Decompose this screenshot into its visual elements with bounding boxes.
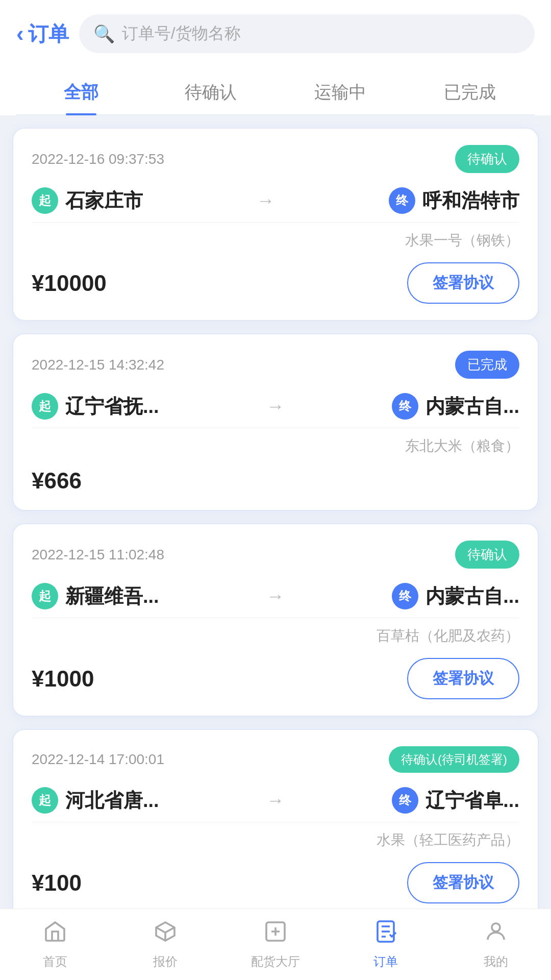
dest-tag-4: 终 — [392, 787, 418, 814]
origin-tag-1: 起 — [32, 187, 58, 214]
arrow-icon-4: → — [169, 790, 382, 811]
divider-4 — [32, 822, 519, 822]
origin-tag-3: 起 — [32, 583, 58, 609]
dest-2: 终 内蒙古自... — [392, 393, 519, 420]
tab-all[interactable]: 全部 — [16, 68, 146, 114]
search-placeholder: 订单号/货物名称 — [122, 22, 241, 45]
order-card-4: 2022-12-14 17:00:01 待确认(待司机签署) 起 河北省唐...… — [12, 729, 539, 921]
sign-button-3[interactable]: 签署协议 — [407, 658, 519, 699]
order-list: 2022-12-16 09:37:53 待确认 起 石家庄市 → 终 呼和浩特市… — [0, 115, 551, 980]
dest-tag-1: 终 — [389, 187, 415, 214]
order-time-4: 2022-12-14 17:00:01 — [32, 751, 164, 768]
status-badge-2: 已完成 — [455, 351, 519, 379]
order-icon — [373, 919, 398, 949]
card-header-1: 2022-12-16 09:37:53 待确认 — [32, 145, 519, 173]
search-icon: 🔍 — [93, 23, 115, 44]
status-badge-4: 待确认(待司机签署) — [389, 746, 519, 773]
card-footer-2: ¥666 — [32, 468, 519, 494]
price-4: ¥100 — [32, 870, 82, 896]
nav-dispatch-label: 配货大厅 — [251, 953, 300, 970]
dest-tag-3: 终 — [392, 583, 418, 609]
origin-city-2: 辽宁省抚... — [65, 394, 159, 420]
origin-4: 起 河北省唐... — [32, 787, 159, 814]
dest-tag-2: 终 — [392, 393, 418, 420]
order-card-2: 2022-12-15 14:32:42 已完成 起 辽宁省抚... → 终 内蒙… — [12, 333, 539, 511]
tab-completed[interactable]: 已完成 — [405, 68, 535, 114]
search-bar[interactable]: 🔍 订单号/货物名称 — [79, 14, 535, 53]
route-row-2: 起 辽宁省抚... → 终 内蒙古自... — [32, 393, 519, 420]
route-row-3: 起 新疆维吾... → 终 内蒙古自... — [32, 583, 519, 609]
dest-4: 终 辽宁省阜... — [392, 787, 519, 814]
origin-1: 起 石家庄市 — [32, 187, 143, 214]
goods-name-4: 水果（轻工医药产品） — [32, 830, 519, 850]
origin-tag-2: 起 — [32, 393, 58, 420]
dest-city-2: 内蒙古自... — [425, 394, 519, 420]
order-time-2: 2022-12-15 14:32:42 — [32, 357, 164, 373]
nav-order[interactable]: 订单 — [331, 909, 441, 980]
origin-tag-4: 起 — [32, 787, 58, 814]
order-card-1: 2022-12-16 09:37:53 待确认 起 石家庄市 → 终 呼和浩特市… — [12, 128, 539, 321]
nav-home-label: 首页 — [43, 953, 67, 970]
card-header-2: 2022-12-15 14:32:42 已完成 — [32, 351, 519, 379]
sign-button-4[interactable]: 签署协议 — [407, 862, 519, 903]
sign-button-1[interactable]: 签署协议 — [407, 262, 519, 304]
divider-2 — [32, 428, 519, 428]
status-badge-3: 待确认 — [455, 541, 519, 569]
back-arrow-icon: ‹ — [16, 22, 24, 45]
tab-pending[interactable]: 待确认 — [146, 68, 276, 114]
tabs: 全部 待确认 运输中 已完成 — [16, 68, 535, 115]
header-top: ‹ 订单 🔍 订单号/货物名称 — [16, 14, 535, 63]
person-icon — [484, 919, 508, 949]
price-2: ¥666 — [32, 468, 82, 494]
dest-city-1: 呼和浩特市 — [422, 188, 519, 214]
goods-name-2: 东北大米（粮食） — [32, 436, 519, 456]
card-header-4: 2022-12-14 17:00:01 待确认(待司机签署) — [32, 746, 519, 773]
order-card-3: 2022-12-15 11:02:48 待确认 起 新疆维吾... → 终 内蒙… — [12, 523, 539, 717]
card-footer-3: ¥1000 签署协议 — [32, 658, 519, 699]
card-footer-1: ¥10000 签署协议 — [32, 262, 519, 304]
nav-order-label: 订单 — [373, 953, 398, 970]
arrow-icon-2: → — [169, 396, 382, 417]
back-label: 订单 — [28, 20, 69, 48]
card-footer-4: ¥100 签署协议 — [32, 862, 519, 903]
card-header-3: 2022-12-15 11:02:48 待确认 — [32, 541, 519, 569]
goods-name-3: 百草枯（化肥及农药） — [32, 626, 519, 646]
dest-1: 终 呼和浩特市 — [389, 187, 519, 214]
divider-1 — [32, 222, 519, 223]
svg-point-2 — [492, 923, 500, 932]
arrow-icon-3: → — [169, 585, 382, 607]
nav-quote-label: 报价 — [153, 953, 178, 970]
header: ‹ 订单 🔍 订单号/货物名称 全部 待确认 运输中 已完成 — [0, 0, 551, 115]
order-time-3: 2022-12-15 11:02:48 — [32, 547, 164, 563]
back-button[interactable]: ‹ 订单 — [16, 20, 69, 48]
home-icon — [43, 919, 67, 949]
route-row-4: 起 河北省唐... → 终 辽宁省阜... — [32, 787, 519, 814]
goods-name-1: 水果一号（钢铁） — [32, 231, 519, 250]
nav-quote[interactable]: 报价 — [110, 909, 220, 980]
dest-3: 终 内蒙古自... — [392, 583, 519, 609]
box-icon — [153, 919, 178, 949]
origin-3: 起 新疆维吾... — [32, 583, 159, 609]
origin-2: 起 辽宁省抚... — [32, 393, 159, 420]
origin-city-4: 河北省唐... — [65, 788, 159, 814]
price-1: ¥10000 — [32, 271, 107, 296]
nav-mine[interactable]: 我的 — [441, 909, 551, 980]
bottom-nav: 首页 报价 配货大厅 订单 — [0, 909, 551, 980]
nav-dispatch[interactable]: 配货大厅 — [220, 909, 331, 980]
route-row-1: 起 石家庄市 → 终 呼和浩特市 — [32, 187, 519, 214]
nav-mine-label: 我的 — [484, 953, 508, 970]
dispatch-icon — [263, 919, 288, 949]
dest-city-4: 辽宁省阜... — [425, 788, 519, 814]
dest-city-3: 内蒙古自... — [425, 583, 519, 609]
order-time-1: 2022-12-16 09:37:53 — [32, 151, 164, 167]
divider-3 — [32, 618, 519, 618]
nav-home[interactable]: 首页 — [0, 909, 110, 980]
origin-city-1: 石家庄市 — [65, 188, 143, 214]
origin-city-3: 新疆维吾... — [65, 583, 159, 609]
tab-transit[interactable]: 运输中 — [276, 68, 405, 114]
status-badge-1: 待确认 — [455, 145, 519, 173]
price-3: ¥1000 — [32, 666, 94, 692]
arrow-icon-1: → — [153, 190, 379, 211]
